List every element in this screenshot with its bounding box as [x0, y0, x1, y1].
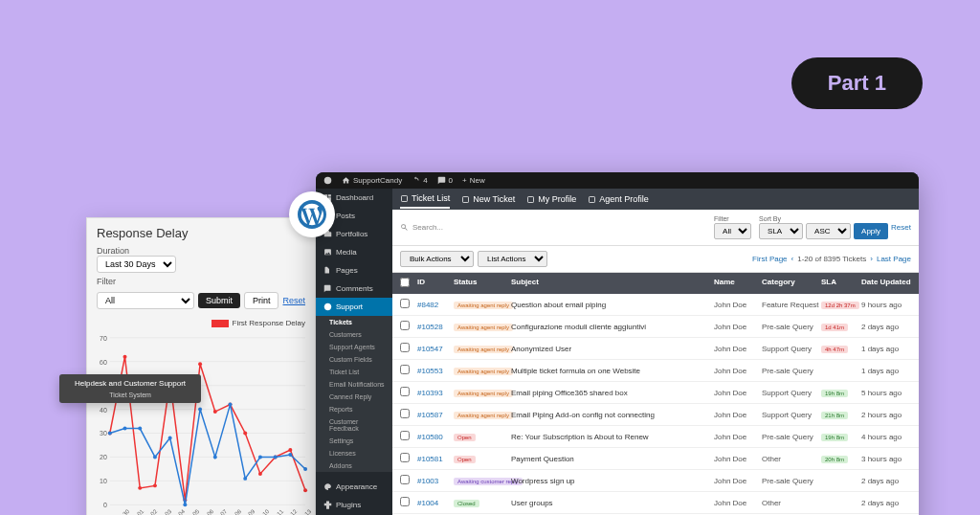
sidebar-sub-tickets[interactable]: Tickets — [316, 316, 392, 328]
row-checkbox[interactable] — [400, 365, 410, 374]
sidebar-sub-email-notifications[interactable]: Email Notifications — [316, 378, 392, 391]
first-page-link[interactable]: First Page — [752, 255, 787, 263]
sidebar-item-appearance[interactable]: Appearance — [316, 478, 392, 496]
ticket-subject[interactable]: Multiple ticket formula on one Website — [511, 367, 714, 375]
date-updated: 2 hours ago — [861, 411, 911, 419]
tab-agent-profile[interactable]: Agent Profile — [588, 190, 649, 208]
last-page-link[interactable]: Last Page — [877, 255, 911, 263]
row-checkbox[interactable] — [400, 321, 410, 330]
ticket-id[interactable]: #1004 — [417, 499, 454, 507]
sidebar-sub-ticket-list[interactable]: Ticket List — [316, 366, 392, 378]
updates-icon[interactable]: 4 — [412, 176, 427, 185]
sla-badge: 20h 8m — [821, 456, 848, 463]
wp-home-icon[interactable] — [323, 176, 332, 185]
sidebar-sub-custom-fields[interactable]: Custom Fields — [316, 353, 392, 366]
ticket-subject[interactable]: Wordpress sign up — [511, 477, 714, 485]
ticket-id[interactable]: #10547 — [417, 345, 454, 353]
table-row[interactable]: #1004 Closed User groups John Doe Other … — [392, 492, 919, 514]
table-row[interactable]: #8482 Awaiting agent reply Question abou… — [392, 294, 919, 316]
ticket-subject[interactable]: Re: Your Subscription is About to Renew — [511, 433, 714, 441]
ticket-id[interactable]: #10553 — [417, 367, 454, 375]
table-row[interactable]: #10581 Open Payment Question John Doe Ot… — [392, 448, 919, 470]
select-all-checkbox[interactable] — [400, 278, 410, 287]
sidebar-sub-reports[interactable]: Reports — [316, 403, 392, 415]
date-updated: 2 days ago — [861, 499, 911, 507]
sidebar-item-pages[interactable]: Pages — [316, 261, 392, 280]
sidebar-item-support[interactable]: Support — [316, 298, 392, 316]
sidebar-item-comments[interactable]: Comments — [316, 280, 392, 298]
table-row[interactable]: #10528 Awaiting agent reply Configurazio… — [392, 316, 919, 338]
reset-link[interactable]: Reset — [282, 296, 305, 305]
sort-select[interactable]: SLA — [759, 223, 803, 239]
ticket-id[interactable]: #1003 — [417, 477, 454, 485]
reset-link[interactable]: Reset — [891, 223, 911, 239]
table-row[interactable]: #1003 Awaiting customer reply Wordpress … — [392, 470, 919, 492]
search-input[interactable]: Search... — [400, 223, 706, 232]
filter-select[interactable]: All — [97, 292, 194, 309]
table-row[interactable]: #10547 Awaiting agent reply Anonymized U… — [392, 338, 919, 360]
table-row[interactable]: #10553 Awaiting agent reply Multiple tic… — [392, 360, 919, 382]
apply-button[interactable]: Apply — [854, 223, 888, 239]
row-checkbox[interactable] — [400, 453, 410, 462]
ticket-id[interactable]: #10393 — [417, 389, 454, 397]
filter-label: Filter — [97, 277, 305, 286]
new-button[interactable]: + New — [462, 176, 485, 185]
chevron-left-icon[interactable]: ‹ — [791, 255, 794, 263]
print-button[interactable]: Print — [244, 292, 279, 309]
comments-icon[interactable]: 0 — [437, 176, 453, 185]
ticket-id[interactable]: #8482 — [417, 301, 454, 309]
svg-point-32 — [138, 427, 142, 431]
pagination: First Page ‹ 1-20 of 8395 Tickets › Last… — [752, 255, 911, 263]
table-row[interactable]: #10587 Awaiting agent reply Email Piping… — [392, 404, 919, 426]
sidebar-item-plugins[interactable]: Plugins — [316, 496, 392, 514]
row-checkbox[interactable] — [400, 299, 410, 308]
row-checkbox[interactable] — [400, 475, 410, 484]
panel-title: Response Delay — [87, 218, 315, 244]
table-row[interactable]: #10393 Awaiting agent reply Email piping… — [392, 382, 919, 404]
row-checkbox[interactable] — [400, 431, 410, 440]
sidebar-sub-settings[interactable]: Settings — [316, 435, 392, 447]
list-actions-select[interactable]: List Actions — [478, 251, 547, 267]
svg-point-40 — [258, 455, 262, 459]
ticket-id[interactable]: #10528 — [417, 323, 454, 331]
sidebar-item-media[interactable]: Media — [316, 243, 392, 261]
svg-text:30: 30 — [100, 430, 107, 437]
ticket-subject[interactable]: Email Piping Add-on config not connectin… — [511, 411, 714, 419]
status-badge: Awaiting agent reply — [454, 412, 513, 419]
ticket-subject[interactable]: Email piping Office365 shared box — [511, 389, 714, 397]
tab-new-ticket[interactable]: New Ticket — [461, 190, 515, 208]
sidebar-sub-support-agents[interactable]: Support Agents — [316, 341, 392, 353]
sidebar-sub-customer-feedback[interactable]: Customer Feedback — [316, 415, 392, 435]
ticket-id[interactable]: #10587 — [417, 411, 454, 419]
ticket-id[interactable]: #10580 — [417, 433, 454, 441]
site-name[interactable]: SupportCandy — [342, 176, 402, 185]
row-checkbox[interactable] — [400, 497, 410, 506]
ticket-subject[interactable]: User groups — [511, 499, 714, 507]
ticket-category: Pre-sale Query — [762, 477, 821, 485]
sidebar-sub-licenses[interactable]: Licenses — [316, 447, 392, 459]
ticket-id[interactable]: #10581 — [417, 455, 454, 463]
order-select[interactable]: ASC — [806, 223, 851, 239]
row-checkbox[interactable] — [400, 409, 410, 418]
duration-select[interactable]: Last 30 Days — [97, 256, 176, 273]
svg-rect-47 — [528, 196, 534, 202]
filter-select[interactable]: All — [714, 223, 751, 239]
chevron-right-icon[interactable]: › — [870, 255, 873, 263]
ticket-subject[interactable]: Configurazione moduli cliente aggiuntivi — [511, 323, 714, 331]
ticket-subject[interactable]: Payment Question — [511, 455, 714, 463]
sidebar-sub-customers[interactable]: Customers — [316, 328, 392, 341]
ticket-name: John Doe — [714, 411, 762, 419]
ticket-subject[interactable]: Anonymized User — [511, 345, 714, 353]
row-checkbox[interactable] — [400, 387, 410, 396]
submit-button[interactable]: Submit — [198, 293, 240, 308]
ticket-subject[interactable]: Question about email piping — [511, 301, 714, 309]
row-checkbox[interactable] — [400, 343, 410, 352]
tab-my-profile[interactable]: My Profile — [526, 190, 576, 208]
svg-point-37 — [213, 455, 217, 459]
ticket-name: John Doe — [714, 433, 762, 441]
bulk-actions-select[interactable]: Bulk Actions — [400, 251, 474, 267]
sidebar-sub-addons[interactable]: Addons — [316, 459, 392, 472]
sidebar-sub-canned-reply[interactable]: Canned Reply — [316, 391, 392, 403]
table-row[interactable]: #10580 Open Re: Your Subscription is Abo… — [392, 426, 919, 448]
tab-ticket-list[interactable]: Ticket List — [400, 190, 450, 209]
